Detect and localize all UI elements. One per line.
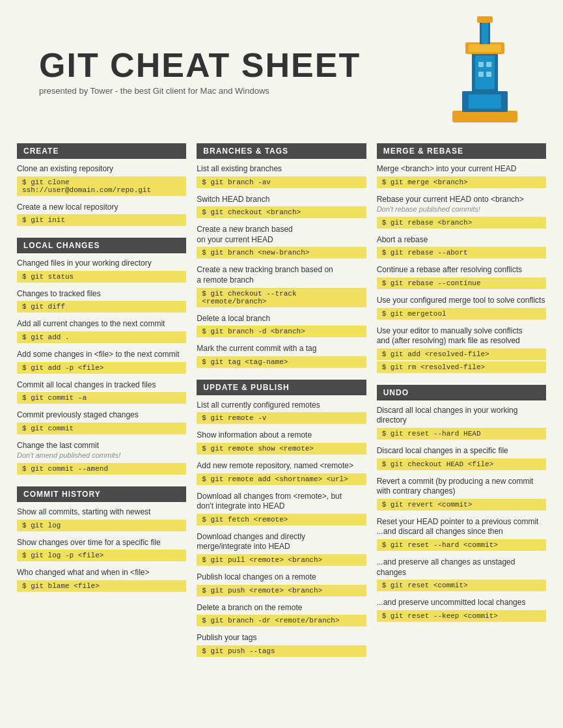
cmd-branch-av: $ git branch -av [197,176,366,188]
cmd-branch-dr: $ git branch -dr <remote/branch> [197,615,366,626]
column-3: MERGE & REBASE Merge <branch> into your … [372,143,551,669]
section-branches: BRANCHES & TAGS List all existing branch… [197,143,366,368]
item-title: List all currently configured remotes [197,400,366,411]
cmd-branch-delete: $ git branch -d <branch> [197,326,366,337]
item-title: Change the last commitDon't amend publis… [17,441,186,461]
cmd-add-all: $ git add . [17,331,186,343]
item-remote-v: List all currently configured remotes $ … [197,400,366,425]
cmd-revert: $ git revert <commit> [377,499,546,511]
item-checkout-track: Create a new tracking branch based ona r… [197,265,366,307]
item-title: Who changed what and when in <file> [17,568,186,578]
svg-rect-6 [469,44,501,52]
item-blame: Who changed what and when in <file> $ gi… [17,568,186,592]
cmd-rebase-continue: $ git rebase --continue [377,277,546,289]
item-tag: Mark the current commit with a tag $ git… [197,344,366,368]
cmd-reset-hard-head: $ git reset --hard HEAD [377,428,546,440]
section-local-changes: LOCAL CHANGES Changed files in your work… [17,238,186,475]
cmd-rebase-abort: $ git rebase --abort [377,247,546,259]
cmd-reset-commit: $ git reset <commit> [377,580,546,591]
cmd-remote-v: $ git remote -v [197,412,366,424]
svg-rect-12 [478,72,484,77]
item-title: ...and preserve all changes as unstaged … [377,557,546,578]
cmd-log: $ git log [17,520,186,531]
svg-rect-11 [486,62,491,67]
item-title: Discard local changes in a specific file [377,446,546,456]
section-header-local: LOCAL CHANGES [17,238,186,253]
header: GIT CHEAT SHEET presented by Tower - the… [0,0,563,137]
cmd-diff: $ git diff [17,301,186,313]
section-undo: UNDO Discard all local changes in your w… [377,385,546,622]
cmd-branch-new: $ git branch <new-branch> [197,247,366,259]
cmd-reset-hard-commit: $ git reset --hard <commit> [377,539,546,551]
item-checkout-head-file: Discard local changes in a specific file… [377,446,546,470]
cmd-checkout: $ git checkout <branch> [197,206,366,218]
item-title: Show information about a remote [197,430,366,441]
cmd-blame: $ git blame <file> [17,580,186,592]
item-title: Commit previously staged changes [17,410,186,421]
cmd-tag: $ git tag <tag-name> [197,356,366,368]
item-branch-dr: Delete a branch on the remote $ git bran… [197,603,366,627]
cmd-push-tags: $ git push --tags [197,645,366,657]
cmd-mergetool: $ git mergetool [377,308,546,320]
item-title: Revert a commit (by producing a new comm… [377,477,546,497]
section-header-branches: BRANCHES & TAGS [197,143,366,159]
item-branch-delete: Delete a local branch $ git branch -d <b… [197,314,366,338]
item-rebase-continue: Continue a rebase after resolving confli… [377,265,546,289]
item-checkout: Switch HEAD branch $ git checkout <branc… [197,195,366,219]
item-title: Show changes over time for a specific fi… [17,538,186,548]
cmd-merge: $ git merge <branch> [377,176,546,188]
item-title: Rebase your current HEAD onto <branch>Do… [377,195,546,215]
item-merge: Merge <branch> into your current HEAD $ … [377,164,546,188]
cmd-remote-show: $ git remote show <remote> [197,443,366,455]
item-reset-hard-head: Discard all local changes in your workin… [377,406,546,440]
item-title: Create a new tracking branch based ona r… [197,265,366,285]
item-title: Add some changes in <file> to the next c… [17,350,186,360]
item-title: Switch HEAD branch [197,195,366,205]
item-title: Download all changes from <remote>, butd… [197,492,366,512]
column-1: CREATE Clone an existing repository $ gi… [12,143,191,669]
item-title: Publish local changes on a remote [197,572,366,583]
item-resolve-editor: Use your editor to manually solve confli… [377,326,546,373]
item-title: Commit all local changes in tracked file… [17,380,186,391]
cmd-commit-amend: $ git commit --amend [17,463,186,475]
svg-rect-8 [482,20,488,44]
cmd-init: $ git init [17,214,186,226]
item-clone: Clone an existing repository $ git clone… [17,164,186,196]
item-title: Reset your HEAD pointer to a previous co… [377,517,546,537]
cmd-add-p: $ git add -p <file> [17,362,186,374]
cmd-checkout-head-file: $ git checkout HEAD <file> [377,458,546,470]
item-log-p: Show changes over time for a specific fi… [17,538,186,562]
svg-rect-2 [469,94,501,109]
item-mergetool: Use your configured merge tool to solve … [377,296,546,320]
item-commit: Commit previously staged changes $ git c… [17,410,186,434]
item-title: Use your editor to manually solve confli… [377,326,546,346]
section-commit-history: COMMIT HISTORY Show all commits, startin… [17,486,186,592]
cmd-pull: $ git pull <remote> <branch> [197,554,366,566]
cmd-remote-add: $ git remote add <shortname> <url> [197,473,366,485]
cmd-status: $ git status [17,271,186,283]
cmd-commit: $ git commit [17,423,186,434]
item-log: Show all commits, starting with newest $… [17,507,186,531]
item-fetch: Download all changes from <remote>, butd… [197,492,366,525]
subtitle: presented by Tower - the best Git client… [39,86,446,96]
cmd-commit-a: $ git commit -a [17,392,186,404]
item-title: Delete a branch on the remote [197,603,366,613]
item-title: Use your configured merge tool to solve … [377,296,546,306]
item-title: Merge <branch> into your current HEAD [377,164,546,175]
cmd-push: $ git push <remote> <branch> [197,585,366,596]
svg-rect-9 [477,16,493,23]
cmd-reset-keep: $ git reset --keep <commit> [377,610,546,622]
header-text: GIT CHEAT SHEET presented by Tower - the… [39,48,446,96]
item-reset-hard-commit: Reset your HEAD pointer to a previous co… [377,517,546,551]
item-title: Show all commits, starting with newest [17,507,186,518]
item-push-tags: Publish your tags $ git push --tags [197,633,366,657]
item-rebase-abort: Abort a rebase $ git rebase --abort [377,235,546,259]
item-title: Discard all local changes in your workin… [377,406,546,426]
cmd-add-resolved: $ git add <resolved-file> [377,348,546,360]
cmd-log-p: $ git log -p <file> [17,550,186,561]
item-title: Create a new branch basedon your current… [197,225,366,245]
svg-rect-4 [475,55,495,89]
item-title: Publish your tags [197,633,366,643]
tower-logo [446,13,524,130]
svg-rect-10 [478,62,484,67]
